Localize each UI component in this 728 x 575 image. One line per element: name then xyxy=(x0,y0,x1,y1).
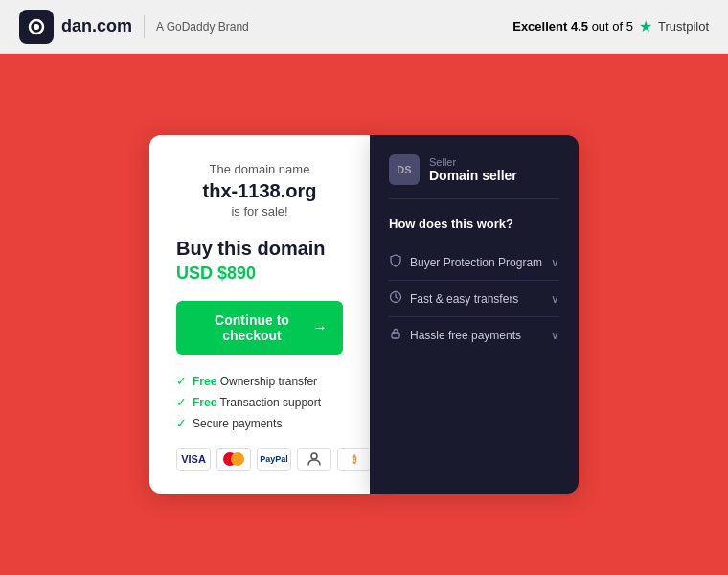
star-icon: ★ xyxy=(639,17,652,35)
svg-point-2 xyxy=(34,24,39,30)
check-icon-2: ✓ xyxy=(176,395,187,409)
buyer-protection-text: Buyer Protection Program xyxy=(410,256,542,269)
feature-transaction: ✓ Free Transaction support xyxy=(176,395,343,409)
accordion-left-1: Buyer Protection Program xyxy=(389,254,542,270)
hassle-free-text: Hassle free payments xyxy=(410,329,521,342)
payment-icons: VISA PayPal ₿ xyxy=(176,448,343,471)
out-of-label: out of 5 xyxy=(592,19,633,34)
accordion-buyer-protection[interactable]: Buyer Protection Program ∨ xyxy=(389,244,559,281)
seller-label: Seller xyxy=(429,156,517,168)
fast-transfers-text: Fast & easy transfers xyxy=(410,292,518,306)
checkout-button[interactable]: Continue to checkout → xyxy=(176,301,343,355)
visa-icon: VISA xyxy=(176,448,211,471)
check-icon-3: ✓ xyxy=(176,416,187,430)
checkout-label: Continue to checkout xyxy=(192,312,312,343)
check-icon-1: ✓ xyxy=(176,374,187,388)
accordion-fast-transfers[interactable]: Fast & easy transfers ∨ xyxy=(389,281,559,317)
excellent-label: Excellent xyxy=(512,19,567,34)
lock-icon xyxy=(389,327,402,343)
mc-circles xyxy=(223,452,244,466)
card-container: The domain name thx-1138.org is for sale… xyxy=(149,135,579,494)
bitcoin-icon: ₿ xyxy=(337,448,372,471)
left-card: The domain name thx-1138.org is for sale… xyxy=(149,135,370,494)
mc-yellow xyxy=(231,452,244,466)
svg-rect-5 xyxy=(392,333,399,338)
seller-name: Domain seller xyxy=(429,168,517,183)
header-divider xyxy=(144,15,145,38)
chevron-down-icon-2: ∨ xyxy=(551,292,559,306)
trustpilot-section: Excellent 4.5 out of 5 ★ Trustpilot xyxy=(512,17,709,35)
price: USD $890 xyxy=(176,264,343,284)
main-content: The domain name thx-1138.org is for sale… xyxy=(0,54,728,575)
clock-icon xyxy=(389,290,402,307)
header: dan.com A GoDaddy Brand Excellent 4.5 ou… xyxy=(0,0,728,54)
godaddy-brand: A GoDaddy Brand xyxy=(156,20,249,34)
svg-point-3 xyxy=(311,453,317,459)
feature-ownership: ✓ Free Ownership transfer xyxy=(176,374,343,388)
seller-info: Seller Domain seller xyxy=(429,156,517,183)
arrow-icon: → xyxy=(312,319,328,336)
domain-name: thx-1138.org xyxy=(176,180,343,202)
for-sale-text: is for sale! xyxy=(176,204,343,218)
trustpilot-text: Excellent 4.5 out of 5 xyxy=(512,19,633,34)
seller-avatar: DS xyxy=(389,154,420,185)
how-works-title: How does this work? xyxy=(389,217,559,231)
header-left: dan.com A GoDaddy Brand xyxy=(19,10,249,44)
dan-logo: dan.com xyxy=(19,10,132,44)
paypal-icon: PayPal xyxy=(257,448,291,471)
mastercard-icon xyxy=(216,448,251,471)
buy-title: Buy this domain xyxy=(176,238,343,260)
right-card: DS Seller Domain seller How does this wo… xyxy=(370,135,579,494)
chevron-down-icon-3: ∨ xyxy=(551,329,559,342)
features-list: ✓ Free Ownership transfer ✓ Free Transac… xyxy=(176,374,343,430)
accordion-hassle-free[interactable]: Hassle free payments ∨ xyxy=(389,317,559,353)
accordion-left-3: Hassle free payments xyxy=(389,327,521,343)
feature-secure: ✓ Secure payments xyxy=(176,416,343,430)
person-pay-icon xyxy=(297,448,331,471)
logo-text: dan.com xyxy=(61,16,132,36)
dan-logo-icon xyxy=(19,10,54,44)
trustpilot-label: Trustpilot xyxy=(658,19,709,34)
shield-icon xyxy=(389,254,402,270)
seller-section: DS Seller Domain seller xyxy=(389,154,559,199)
accordion-list: Buyer Protection Program ∨ Fast & easy t… xyxy=(389,244,559,353)
chevron-down-icon-1: ∨ xyxy=(551,256,559,269)
accordion-left-2: Fast & easy transfers xyxy=(389,290,518,307)
rating-value: 4.5 xyxy=(571,19,592,34)
domain-label: The domain name xyxy=(176,162,343,176)
